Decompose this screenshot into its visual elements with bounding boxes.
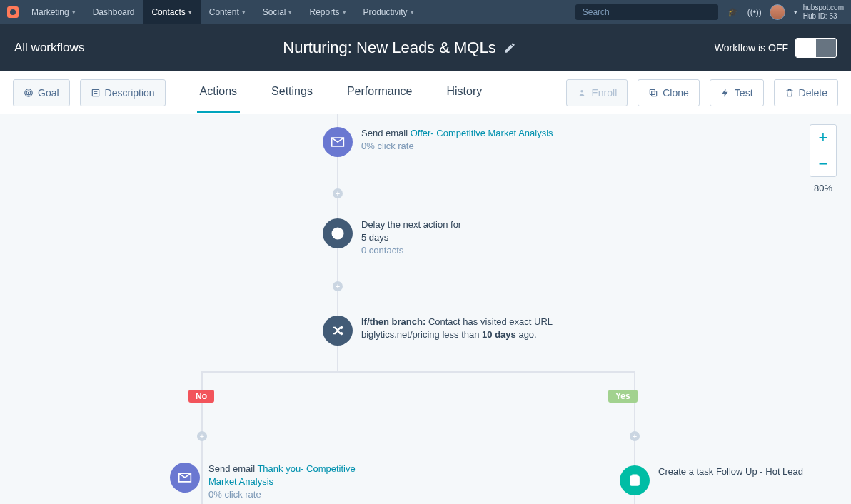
workflow-header: All workflows Nurturing: New Leads & MQL… xyxy=(0,24,851,71)
zoom-control: + − 80% xyxy=(810,124,837,193)
nav-productivity[interactable]: Productivity▾ xyxy=(355,0,423,24)
zoom-in-button[interactable]: + xyxy=(810,125,836,151)
zoom-out-button[interactable]: − xyxy=(810,151,836,176)
zoom-level: 80% xyxy=(810,183,837,193)
workflow-toggle[interactable] xyxy=(795,38,837,58)
nav-content[interactable]: Content▾ xyxy=(201,0,254,24)
action-if-then-branch[interactable]: If/then branch: Contact has visited exac… xyxy=(323,316,575,346)
email-icon xyxy=(170,463,200,493)
goal-button[interactable]: Goal xyxy=(13,79,70,106)
action-create-task[interactable]: Create a task Follow Up - Hot Lead xyxy=(620,465,803,495)
branch-yes-badge: Yes xyxy=(608,390,638,403)
enroll-button[interactable]: Enroll xyxy=(566,79,628,106)
clone-button[interactable]: Clone xyxy=(638,79,700,106)
branch-horizontal-line xyxy=(201,371,634,373)
add-action-button-2[interactable] xyxy=(333,281,343,291)
branch-no-badge: No xyxy=(188,390,214,403)
email-icon xyxy=(323,127,353,157)
workflow-toolbar: Goal Description Actions Settings Perfor… xyxy=(0,71,851,114)
academy-icon[interactable]: 🎓 xyxy=(727,6,740,19)
top-nav: Marketing▾ Dashboard Contacts▾ Content▾ … xyxy=(0,0,851,24)
user-avatar[interactable] xyxy=(770,4,785,20)
hubspot-logo-icon[interactable] xyxy=(7,6,19,18)
action-send-email-2[interactable]: Send email Thank you- Competitive Market… xyxy=(170,463,380,501)
all-workflows-link[interactable]: All workflows xyxy=(14,41,84,55)
action-delay[interactable]: Delay the next action for 5 days 0 conta… xyxy=(323,218,461,257)
add-action-button-1[interactable] xyxy=(333,188,343,198)
svg-point-2 xyxy=(28,92,29,93)
hub-info: hubspot.com Hub ID: 53 xyxy=(803,4,844,21)
user-menu-caret[interactable]: ▾ xyxy=(794,9,797,16)
svg-rect-7 xyxy=(652,91,657,96)
nav-marketing[interactable]: Marketing▾ xyxy=(23,0,84,24)
note-icon xyxy=(91,88,101,98)
nav-contacts[interactable]: Contacts▾ xyxy=(143,0,200,24)
bolt-icon xyxy=(720,88,730,98)
action-send-email-1[interactable]: Send email Offer- Competitive Market Ana… xyxy=(323,127,553,157)
svg-rect-8 xyxy=(650,89,655,94)
clock-icon xyxy=(323,218,353,248)
email-link-offer[interactable]: Offer- Competitive Market Analysis xyxy=(411,128,553,138)
search-input[interactable]: Search xyxy=(575,4,718,20)
svg-point-6 xyxy=(581,89,584,92)
person-icon xyxy=(577,88,587,98)
delete-button[interactable]: Delete xyxy=(774,79,838,106)
description-button[interactable]: Description xyxy=(80,79,166,106)
tab-performance[interactable]: Performance xyxy=(344,72,416,113)
broadcast-icon[interactable]: ((•)) xyxy=(748,6,761,19)
target-icon xyxy=(24,88,34,98)
nav-dashboard[interactable]: Dashboard xyxy=(84,0,143,24)
nav-social[interactable]: Social▾ xyxy=(254,0,301,24)
nav-reports[interactable]: Reports▾ xyxy=(301,0,354,24)
edit-icon[interactable] xyxy=(503,41,516,54)
clone-icon xyxy=(648,88,658,98)
add-action-no-branch[interactable] xyxy=(197,431,207,441)
workflow-status-label: Workflow is OFF xyxy=(715,42,788,54)
tab-history[interactable]: History xyxy=(443,72,485,113)
workflow-title: Nurturing: New Leads & MQLs xyxy=(283,39,495,57)
test-button[interactable]: Test xyxy=(710,79,764,106)
add-action-yes-branch[interactable] xyxy=(630,431,640,441)
tab-actions[interactable]: Actions xyxy=(197,72,240,113)
task-icon xyxy=(620,465,650,495)
tab-settings[interactable]: Settings xyxy=(268,72,316,113)
workflow-canvas[interactable]: + − 80% Send email Offer- Competitive Ma… xyxy=(0,114,851,504)
trash-icon xyxy=(785,88,795,98)
shuffle-icon xyxy=(323,316,353,346)
